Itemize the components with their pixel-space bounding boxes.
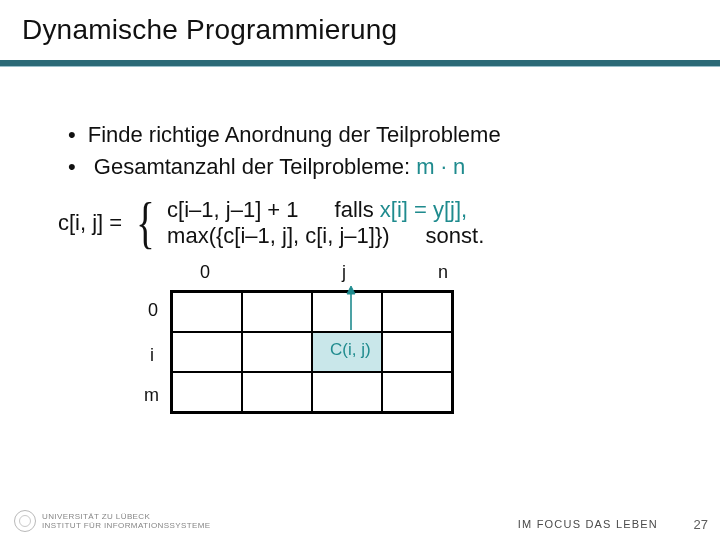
cell-label: C(i, j) bbox=[330, 340, 371, 360]
grid-cell bbox=[172, 332, 242, 372]
dp-grid bbox=[170, 290, 454, 414]
y-label-0: 0 bbox=[148, 300, 158, 321]
y-label-i: i bbox=[150, 345, 154, 366]
x-label-n: n bbox=[438, 262, 448, 283]
case1-cond-cond: x[i] = y[j], bbox=[380, 197, 467, 222]
university-seal-icon bbox=[14, 510, 36, 532]
footer-org: UNIVERSITÄT ZU LÜBECK INSTITUT FÜR INFOR… bbox=[42, 512, 211, 530]
case1-cond: falls x[i] = y[j], bbox=[335, 197, 468, 223]
case1-cond-prefix: falls bbox=[335, 197, 380, 222]
slide: Dynamische Programmierung Finde richtige… bbox=[0, 0, 720, 540]
bullet-1: Finde richtige Anordnung der Teilproblem… bbox=[68, 120, 501, 150]
grid-cell bbox=[172, 292, 242, 332]
grid-cell bbox=[382, 332, 452, 372]
case2-expr: max({c[i–1, j], c[i, j–1]}) bbox=[167, 223, 390, 249]
slide-title: Dynamische Programmierung bbox=[22, 14, 397, 46]
arrow-icon bbox=[344, 286, 358, 334]
grid-cell bbox=[312, 372, 382, 412]
case1-expr: c[i–1, j–1] + 1 bbox=[167, 197, 298, 223]
footer-motto: IM FOCUS DAS LEBEN bbox=[518, 518, 658, 530]
bullet-list: Finde richtige Anordnung der Teilproblem… bbox=[28, 120, 501, 183]
footer-left: UNIVERSITÄT ZU LÜBECK INSTITUT FÜR INFOR… bbox=[14, 510, 211, 532]
x-label-j: j bbox=[342, 262, 346, 283]
dp-grid-figure: 0 j n 0 i m C(i, j) bbox=[170, 290, 454, 414]
grid-cell bbox=[242, 292, 312, 332]
case-row-2: max({c[i–1, j], c[i, j–1]}) sonst. bbox=[167, 223, 484, 249]
bullet-2: Gesamtanzahl der Teilprobleme: m · n bbox=[68, 152, 501, 182]
recurrence-formula: c[i, j] = { c[i–1, j–1] + 1 falls x[i] =… bbox=[58, 195, 484, 251]
grid-cell bbox=[382, 292, 452, 332]
title-rule bbox=[0, 60, 720, 67]
grid-cell bbox=[242, 332, 312, 372]
bullet-2-text: Gesamtanzahl der Teilprobleme: bbox=[94, 154, 416, 179]
grid-cell bbox=[172, 372, 242, 412]
brace-icon: { bbox=[136, 195, 155, 251]
page-number: 27 bbox=[694, 517, 708, 532]
grid-cell bbox=[382, 372, 452, 412]
formula-cases: c[i–1, j–1] + 1 falls x[i] = y[j], max({… bbox=[167, 197, 484, 249]
footer-org1: UNIVERSITÄT ZU LÜBECK bbox=[42, 512, 211, 521]
svg-marker-1 bbox=[347, 286, 355, 294]
case-row-1: c[i–1, j–1] + 1 falls x[i] = y[j], bbox=[167, 197, 484, 223]
x-label-0: 0 bbox=[200, 262, 210, 283]
footer-org2: INSTITUT FÜR INFORMATIONSSYSTEME bbox=[42, 521, 211, 530]
grid-cell bbox=[242, 372, 312, 412]
case2-cond: sonst. bbox=[426, 223, 485, 249]
y-label-m: m bbox=[144, 385, 159, 406]
formula-lhs: c[i, j] = bbox=[58, 210, 122, 236]
complexity: m · n bbox=[416, 154, 465, 179]
